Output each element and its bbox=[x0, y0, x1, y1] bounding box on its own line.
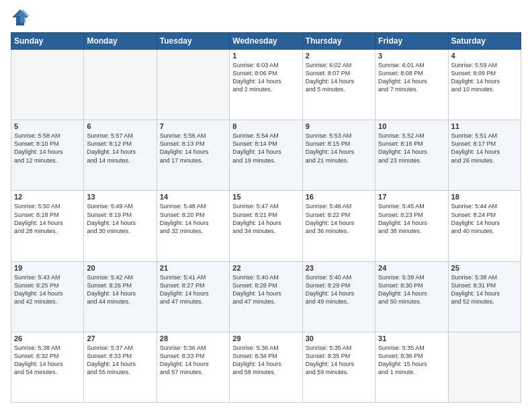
day-info: Sunrise: 5:48 AM Sunset: 8:20 PM Dayligh… bbox=[160, 202, 226, 235]
calendar-cell: 25Sunrise: 5:38 AM Sunset: 8:31 PM Dayli… bbox=[448, 261, 521, 332]
day-info: Sunrise: 5:41 AM Sunset: 8:27 PM Dayligh… bbox=[160, 273, 226, 306]
day-number: 23 bbox=[306, 264, 372, 272]
logo bbox=[11, 8, 32, 27]
calendar-cell: 19Sunrise: 5:43 AM Sunset: 8:25 PM Dayli… bbox=[11, 261, 84, 332]
calendar-cell: 31Sunrise: 5:35 AM Sunset: 8:36 PM Dayli… bbox=[375, 332, 448, 402]
day-info: Sunrise: 5:56 AM Sunset: 8:13 PM Dayligh… bbox=[160, 132, 226, 165]
calendar-cell bbox=[448, 332, 521, 402]
day-number: 20 bbox=[87, 264, 153, 272]
calendar-table: SundayMondayTuesdayWednesdayThursdayFrid… bbox=[11, 32, 521, 403]
day-info: Sunrise: 5:40 AM Sunset: 8:29 PM Dayligh… bbox=[306, 273, 372, 306]
day-number: 21 bbox=[160, 264, 226, 272]
calendar-cell: 24Sunrise: 5:39 AM Sunset: 8:30 PM Dayli… bbox=[375, 261, 448, 332]
calendar-cell: 11Sunrise: 5:51 AM Sunset: 8:17 PM Dayli… bbox=[448, 120, 521, 191]
day-number: 25 bbox=[451, 264, 518, 272]
calendar-cell bbox=[157, 50, 229, 120]
day-info: Sunrise: 5:45 AM Sunset: 8:23 PM Dayligh… bbox=[378, 202, 445, 235]
day-info: Sunrise: 5:38 AM Sunset: 8:31 PM Dayligh… bbox=[451, 273, 518, 306]
day-number: 11 bbox=[451, 122, 518, 130]
day-number: 6 bbox=[87, 122, 153, 130]
day-info: Sunrise: 5:42 AM Sunset: 8:26 PM Dayligh… bbox=[87, 273, 153, 306]
calendar-cell: 5Sunrise: 5:58 AM Sunset: 8:10 PM Daylig… bbox=[11, 120, 84, 191]
calendar-cell: 20Sunrise: 5:42 AM Sunset: 8:26 PM Dayli… bbox=[84, 261, 157, 332]
day-info: Sunrise: 5:38 AM Sunset: 8:32 PM Dayligh… bbox=[14, 344, 81, 377]
weekday-header: Monday bbox=[84, 33, 157, 50]
calendar-cell: 2Sunrise: 6:02 AM Sunset: 8:07 PM Daylig… bbox=[302, 50, 375, 120]
day-info: Sunrise: 5:51 AM Sunset: 8:17 PM Dayligh… bbox=[451, 132, 518, 165]
day-number: 26 bbox=[14, 334, 81, 342]
day-info: Sunrise: 5:54 AM Sunset: 8:14 PM Dayligh… bbox=[232, 132, 299, 165]
day-number: 22 bbox=[232, 264, 299, 272]
calendar-cell: 28Sunrise: 5:36 AM Sunset: 8:33 PM Dayli… bbox=[157, 332, 229, 402]
header bbox=[11, 8, 521, 27]
day-info: Sunrise: 5:47 AM Sunset: 8:21 PM Dayligh… bbox=[232, 202, 299, 235]
calendar-cell: 18Sunrise: 5:44 AM Sunset: 8:24 PM Dayli… bbox=[448, 191, 521, 261]
weekday-header: Sunday bbox=[11, 33, 84, 50]
day-info: Sunrise: 5:35 AM Sunset: 8:35 PM Dayligh… bbox=[306, 344, 372, 377]
day-number: 29 bbox=[232, 334, 299, 342]
day-info: Sunrise: 5:50 AM Sunset: 8:18 PM Dayligh… bbox=[14, 202, 81, 235]
calendar-cell: 16Sunrise: 5:46 AM Sunset: 8:22 PM Dayli… bbox=[302, 191, 375, 261]
calendar-cell: 17Sunrise: 5:45 AM Sunset: 8:23 PM Dayli… bbox=[375, 191, 448, 261]
day-number: 14 bbox=[160, 193, 226, 201]
day-info: Sunrise: 5:52 AM Sunset: 8:16 PM Dayligh… bbox=[378, 132, 445, 165]
calendar-cell: 13Sunrise: 5:49 AM Sunset: 8:19 PM Dayli… bbox=[84, 191, 157, 261]
day-number: 15 bbox=[232, 193, 299, 201]
calendar-cell bbox=[11, 50, 84, 120]
calendar-cell: 30Sunrise: 5:35 AM Sunset: 8:35 PM Dayli… bbox=[302, 332, 375, 402]
day-number: 5 bbox=[14, 122, 81, 130]
calendar-cell: 23Sunrise: 5:40 AM Sunset: 8:29 PM Dayli… bbox=[302, 261, 375, 332]
calendar-cell: 1Sunrise: 6:03 AM Sunset: 8:06 PM Daylig… bbox=[230, 50, 302, 120]
day-number: 3 bbox=[378, 52, 445, 60]
day-info: Sunrise: 5:43 AM Sunset: 8:25 PM Dayligh… bbox=[14, 273, 81, 306]
weekday-header: Friday bbox=[375, 33, 448, 50]
calendar-cell: 3Sunrise: 6:01 AM Sunset: 8:08 PM Daylig… bbox=[375, 50, 448, 120]
weekday-header: Wednesday bbox=[230, 33, 302, 50]
day-number: 16 bbox=[306, 193, 372, 201]
day-info: Sunrise: 5:37 AM Sunset: 8:33 PM Dayligh… bbox=[87, 344, 153, 377]
day-number: 27 bbox=[87, 334, 153, 342]
day-number: 1 bbox=[232, 52, 299, 60]
day-info: Sunrise: 5:36 AM Sunset: 8:34 PM Dayligh… bbox=[232, 344, 299, 377]
day-number: 12 bbox=[14, 193, 81, 201]
calendar-cell: 14Sunrise: 5:48 AM Sunset: 8:20 PM Dayli… bbox=[157, 191, 229, 261]
day-number: 19 bbox=[14, 264, 81, 272]
logo-icon bbox=[11, 8, 30, 27]
calendar-cell: 29Sunrise: 5:36 AM Sunset: 8:34 PM Dayli… bbox=[230, 332, 302, 402]
day-number: 24 bbox=[378, 264, 445, 272]
weekday-header: Saturday bbox=[448, 33, 521, 50]
calendar-cell: 7Sunrise: 5:56 AM Sunset: 8:13 PM Daylig… bbox=[157, 120, 229, 191]
calendar-cell: 8Sunrise: 5:54 AM Sunset: 8:14 PM Daylig… bbox=[230, 120, 302, 191]
day-number: 28 bbox=[160, 334, 226, 342]
day-number: 7 bbox=[160, 122, 226, 130]
weekday-header: Thursday bbox=[302, 33, 375, 50]
day-info: Sunrise: 6:01 AM Sunset: 8:08 PM Dayligh… bbox=[378, 61, 445, 94]
day-number: 2 bbox=[306, 52, 372, 60]
calendar-cell: 9Sunrise: 5:53 AM Sunset: 8:15 PM Daylig… bbox=[302, 120, 375, 191]
weekday-header: Tuesday bbox=[157, 33, 229, 50]
day-number: 30 bbox=[306, 334, 372, 342]
day-info: Sunrise: 5:57 AM Sunset: 8:12 PM Dayligh… bbox=[87, 132, 153, 165]
calendar-cell: 6Sunrise: 5:57 AM Sunset: 8:12 PM Daylig… bbox=[84, 120, 157, 191]
page: SundayMondayTuesdayWednesdayThursdayFrid… bbox=[0, 0, 532, 411]
calendar-cell bbox=[84, 50, 157, 120]
day-info: Sunrise: 5:35 AM Sunset: 8:36 PM Dayligh… bbox=[378, 344, 445, 377]
day-info: Sunrise: 5:39 AM Sunset: 8:30 PM Dayligh… bbox=[378, 273, 445, 306]
day-info: Sunrise: 5:46 AM Sunset: 8:22 PM Dayligh… bbox=[306, 202, 372, 235]
day-number: 4 bbox=[451, 52, 518, 60]
day-number: 17 bbox=[378, 193, 445, 201]
calendar-cell: 10Sunrise: 5:52 AM Sunset: 8:16 PM Dayli… bbox=[375, 120, 448, 191]
calendar-cell: 4Sunrise: 5:59 AM Sunset: 8:09 PM Daylig… bbox=[448, 50, 521, 120]
day-info: Sunrise: 5:58 AM Sunset: 8:10 PM Dayligh… bbox=[14, 132, 81, 165]
day-number: 10 bbox=[378, 122, 445, 130]
day-info: Sunrise: 5:53 AM Sunset: 8:15 PM Dayligh… bbox=[306, 132, 372, 165]
day-number: 31 bbox=[378, 334, 445, 342]
day-info: Sunrise: 6:03 AM Sunset: 8:06 PM Dayligh… bbox=[232, 61, 299, 94]
calendar-cell: 15Sunrise: 5:47 AM Sunset: 8:21 PM Dayli… bbox=[230, 191, 302, 261]
day-info: Sunrise: 5:40 AM Sunset: 8:28 PM Dayligh… bbox=[232, 273, 299, 306]
calendar-cell: 22Sunrise: 5:40 AM Sunset: 8:28 PM Dayli… bbox=[230, 261, 302, 332]
day-info: Sunrise: 5:59 AM Sunset: 8:09 PM Dayligh… bbox=[451, 61, 518, 94]
calendar-cell: 12Sunrise: 5:50 AM Sunset: 8:18 PM Dayli… bbox=[11, 191, 84, 261]
day-number: 13 bbox=[87, 193, 153, 201]
day-number: 8 bbox=[232, 122, 299, 130]
